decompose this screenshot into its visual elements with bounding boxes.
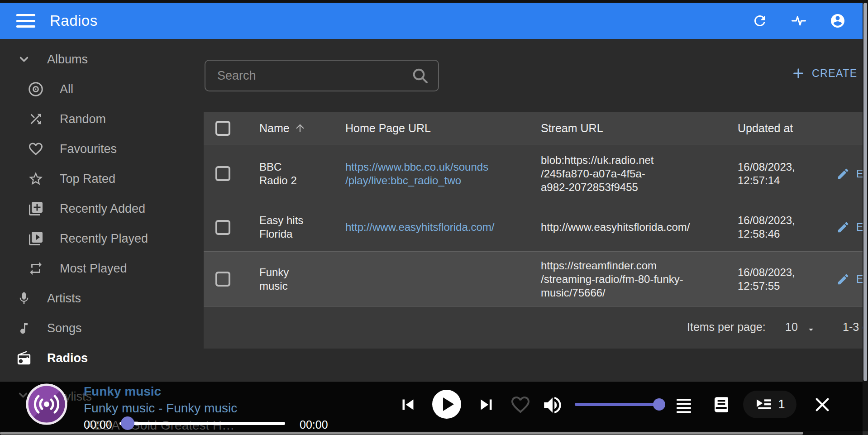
column-header-updated[interactable]: Updated at: [731, 122, 828, 135]
column-header-name[interactable]: Name: [249, 122, 339, 135]
radio-cover-art[interactable]: [25, 383, 68, 425]
progress-handle[interactable]: [121, 416, 134, 430]
search-input[interactable]: [205, 69, 411, 83]
row-checkbox[interactable]: [215, 166, 230, 181]
vertical-scrollbar-thumb[interactable]: [863, 3, 867, 381]
player-bar: Playlists ABBA - Gold Greatest H… Funky …: [0, 382, 868, 431]
sidebar: Albums All Random Favourites Top Rated R: [0, 39, 204, 385]
activity-icon[interactable]: [790, 12, 807, 29]
table-row-selected[interactable]: Funky music https://streamfinder.com /st…: [204, 251, 868, 306]
lyrics-button[interactable]: [712, 396, 730, 414]
sidebar-item-label: All: [60, 82, 73, 96]
radio-icon: [16, 350, 32, 366]
volume-button[interactable]: [541, 394, 564, 416]
updated-at: 16/08/2023, 12:58:46: [731, 214, 828, 241]
updated-at: 16/08/2023, 12:57:14: [731, 160, 828, 187]
updated-at: 16/08/2023, 12:57:55: [731, 266, 828, 293]
elapsed-time: 00:00: [84, 418, 112, 431]
create-button-label: CREATE: [812, 67, 858, 80]
mic-icon: [16, 291, 32, 306]
app-window: Radios Albums All Random: [0, 0, 868, 435]
sidebar-item-random[interactable]: Random: [0, 104, 204, 134]
edit-button[interactable]: EDIT: [828, 272, 868, 286]
video-library-icon: [27, 230, 44, 247]
refresh-icon[interactable]: [751, 12, 768, 29]
sidebar-item-radios[interactable]: Radios: [0, 343, 204, 373]
horizontal-scrollbar-thumb[interactable]: [0, 432, 803, 435]
library-add-icon: [27, 201, 44, 217]
list-lines-icon: [674, 396, 693, 415]
playlist-toggle-button[interactable]: 1: [743, 391, 796, 418]
now-playing-subtitle: Funky music - Funky music: [84, 401, 237, 416]
select-all-checkbox[interactable]: [215, 121, 230, 136]
sidebar-item-all[interactable]: All: [0, 74, 204, 104]
heart-icon: [27, 141, 44, 157]
book-icon: [712, 396, 730, 414]
queue-count: 1: [778, 397, 785, 411]
window-top-edge: [0, 0, 868, 3]
play-order-button[interactable]: [674, 396, 693, 415]
stream-url: https://streamfinder.com /streaming-radi…: [534, 259, 731, 300]
items-per-page-select[interactable]: 10: [785, 320, 798, 334]
total-time: 00:00: [300, 418, 328, 431]
close-player-button[interactable]: [813, 395, 832, 414]
favorite-button[interactable]: [510, 394, 531, 416]
main-content: CREATE Name Home Page URL Stream URL Upd…: [204, 39, 868, 435]
edit-button[interactable]: EDIT: [828, 220, 868, 234]
sidebar-item-top-rated[interactable]: Top Rated: [0, 164, 204, 194]
sidebar-item-recently-added[interactable]: Recently Added: [0, 194, 204, 224]
now-playing-title[interactable]: Funky music: [84, 384, 161, 399]
star-icon: [27, 171, 44, 187]
next-track-button[interactable]: [476, 394, 497, 415]
sidebar-item-songs[interactable]: Songs: [0, 313, 204, 343]
radio-name: Easy hits Florida: [249, 214, 339, 241]
home-page-link[interactable]: https://www.bbc.co.uk/sounds /play/live:…: [345, 161, 488, 186]
progress-bar[interactable]: [119, 422, 285, 425]
home-page-link[interactable]: http://www.easyhitsflorida.com/: [345, 221, 494, 233]
vertical-scrollbar: [863, 3, 868, 431]
items-per-page-label: Items per page:: [687, 320, 766, 334]
sidebar-item-recently-played[interactable]: Recently Played: [0, 224, 204, 253]
sidebar-item-artists[interactable]: Artists: [0, 283, 204, 313]
horizontal-scrollbar: [0, 431, 863, 435]
sidebar-item-label: Random: [60, 112, 106, 126]
plus-icon: [792, 67, 805, 80]
chevron-down-icon: [16, 53, 32, 66]
row-checkbox[interactable]: [215, 272, 230, 287]
search-icon: [411, 67, 429, 85]
close-icon: [813, 395, 832, 414]
sidebar-item-label: Top Rated: [60, 172, 115, 186]
sidebar-item-label: Radios: [47, 351, 88, 365]
play-icon: [443, 397, 454, 411]
volume-handle[interactable]: [653, 398, 665, 411]
sidebar-item-label: Artists: [47, 292, 81, 306]
playlist-play-icon: [754, 396, 773, 414]
row-checkbox[interactable]: [215, 220, 230, 235]
sidebar-item-albums[interactable]: Albums: [0, 44, 204, 74]
create-button[interactable]: CREATE: [792, 67, 858, 80]
album-icon: [27, 81, 44, 97]
caret-down-icon[interactable]: [806, 324, 816, 335]
radios-table: Name Home Page URL Stream URL Updated at…: [204, 112, 868, 349]
sidebar-item-label: Recently Added: [60, 202, 145, 216]
sidebar-item-label: Songs: [47, 321, 82, 335]
previous-track-button[interactable]: [397, 394, 418, 415]
table-row[interactable]: BBC Radio 2 https://www.bbc.co.uk/sounds…: [204, 144, 868, 203]
volume-slider[interactable]: [575, 403, 659, 406]
search-box: [205, 60, 439, 91]
play-button[interactable]: [432, 390, 461, 419]
column-header-stream[interactable]: Stream URL: [534, 122, 731, 135]
table-row[interactable]: Easy hits Florida http://www.easyhitsflo…: [204, 203, 868, 251]
sidebar-item-favourites[interactable]: Favourites: [0, 134, 204, 164]
edit-button[interactable]: EDIT: [828, 167, 868, 181]
pencil-icon: [836, 272, 850, 286]
sort-arrow-up-icon: [294, 122, 306, 134]
sidebar-item-label: Albums: [47, 53, 88, 67]
shuffle-icon: [27, 111, 44, 127]
stream-url: http://www.easyhitsflorida.com/: [534, 220, 731, 234]
account-icon[interactable]: [829, 12, 846, 29]
sidebar-item-most-played[interactable]: Most Played: [0, 253, 204, 283]
menu-icon[interactable]: [16, 14, 35, 28]
column-header-home[interactable]: Home Page URL: [339, 122, 534, 135]
page-title: Radios: [50, 12, 98, 29]
